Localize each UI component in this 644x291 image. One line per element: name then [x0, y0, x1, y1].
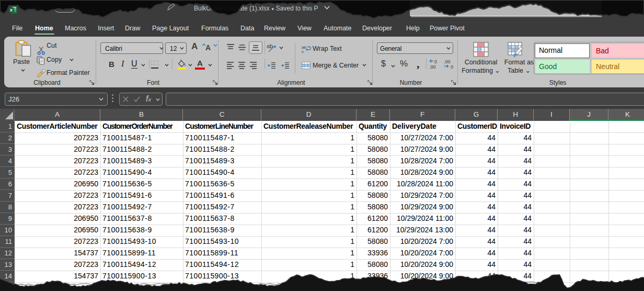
svg-text:c: c	[302, 49, 304, 54]
svg-text:.00: .00	[444, 59, 451, 64]
svg-text:0: 0	[434, 59, 437, 64]
svg-text:X: X	[10, 8, 13, 13]
svg-text:0: 0	[451, 64, 453, 69]
svg-text:.00: .00	[429, 64, 436, 69]
